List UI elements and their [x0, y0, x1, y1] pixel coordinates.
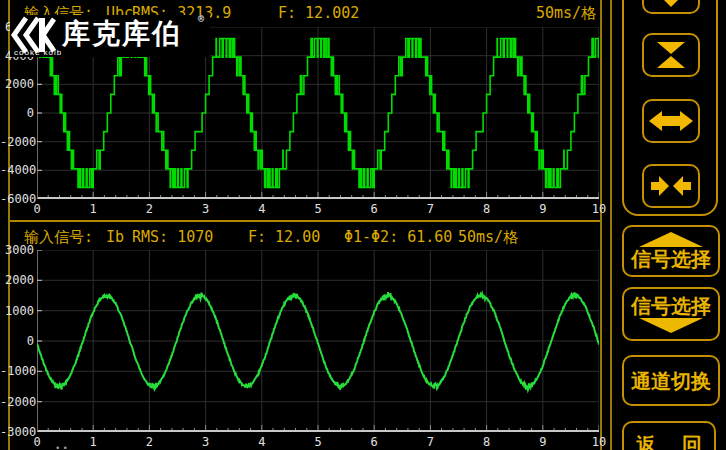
x-tick-label: 10 — [587, 202, 611, 216]
horizontal-compress-icon — [649, 172, 693, 200]
left-border-line — [8, 0, 10, 450]
signal-select-down-button[interactable]: 信号选择 — [622, 287, 720, 341]
brand-logo: 库克库伯 ® cooke kolb — [10, 15, 210, 57]
vertical-expand-button[interactable] — [642, 0, 700, 14]
x-tick-label: 3 — [194, 435, 218, 449]
panel2-rms-value: RMS: 1070 — [132, 228, 213, 246]
horizontal-expand-icon — [649, 107, 693, 135]
return-label-right: 回 — [682, 434, 702, 450]
x-tick-label: 6 — [362, 435, 386, 449]
registered-mark: ® — [198, 13, 204, 24]
channel-switch-label: 通道切换 — [631, 370, 711, 392]
return-label-left: 返 — [636, 434, 656, 450]
y-tick-label: 2000 — [0, 77, 34, 91]
sidebar-separator-line — [610, 0, 612, 450]
x-tick-label: 7 — [418, 435, 442, 449]
panel-separator-line — [10, 220, 600, 222]
y-tick-label: -4000 — [0, 163, 34, 177]
panel2-phase-diff: Φ1-Φ2: 61.60 — [344, 228, 452, 246]
analyzer-screen: 输入信号: Ubc RMS: 3213.9 F: 12.002 50ms/格 输… — [0, 0, 726, 450]
x-tick-label: 4 — [250, 202, 274, 216]
y-tick-label: 1000 — [0, 304, 34, 318]
x-tick-label: 9 — [531, 435, 555, 449]
channel-switch-button[interactable]: 通道切换 — [622, 355, 720, 406]
x-tick-label: 4 — [250, 435, 274, 449]
y-tick-label: -3000 — [0, 425, 34, 439]
y-tick-label: -2000 — [0, 395, 34, 409]
signal-select-up-label: 信号选择 — [631, 248, 711, 270]
panel2-signal-value: Ib — [106, 228, 124, 246]
x-tick-label: 2 — [137, 202, 161, 216]
y-tick-label: 0 — [0, 334, 34, 348]
horizontal-compress-button[interactable] — [642, 164, 700, 208]
x-tick-label: 5 — [306, 435, 330, 449]
vertical-compress-icon — [651, 40, 691, 70]
x-tick-label: 2 — [137, 435, 161, 449]
panel1-timebase: 50ms/格 — [536, 4, 596, 22]
x-tick-label: 9 — [531, 202, 555, 216]
x-tick-label: 0 — [25, 435, 49, 449]
vertical-expand-icon — [653, 0, 689, 7]
arrow-down-icon — [639, 318, 703, 333]
x-tick-label: 8 — [475, 435, 499, 449]
y-tick-label: 2000 — [0, 273, 34, 287]
x-tick-label: 7 — [418, 202, 442, 216]
vertical-compress-button[interactable] — [642, 33, 700, 77]
x-tick-label: 0 — [25, 202, 49, 216]
return-button[interactable]: 返 回 — [622, 421, 716, 450]
signal-select-down-label: 信号选择 — [631, 295, 711, 317]
panel2-timebase: 50ms/格 — [458, 228, 518, 246]
y-tick-label: -1000 — [0, 364, 34, 378]
horizontal-expand-button[interactable] — [642, 99, 700, 143]
x-tick-label: 5 — [306, 202, 330, 216]
x-tick-label: 6 — [362, 202, 386, 216]
brand-name-en: cooke kolb — [14, 48, 62, 57]
current-waveform-chart — [37, 250, 599, 432]
panel1-freq-value: F: 12.002 — [278, 4, 359, 22]
y-tick-label: 0 — [0, 106, 34, 120]
chart-right-border-line — [600, 0, 602, 450]
x-tick-label: 8 — [475, 202, 499, 216]
cursor-dots: •• — [55, 443, 70, 450]
signal-select-up-button[interactable]: 信号选择 — [622, 225, 720, 277]
arrow-up-icon — [639, 232, 703, 247]
x-tick-label: 10 — [587, 435, 611, 449]
y-tick-label: -6000 — [0, 192, 34, 206]
x-tick-label: 3 — [194, 202, 218, 216]
panel2-signal-label: 输入信号: — [24, 228, 93, 246]
y-tick-label: -2000 — [0, 135, 34, 149]
brand-name-cn: 库克库伯 — [62, 15, 182, 53]
x-tick-label: 1 — [81, 202, 105, 216]
panel2-freq-value: F: 12.00 — [248, 228, 320, 246]
x-tick-label: 1 — [81, 435, 105, 449]
